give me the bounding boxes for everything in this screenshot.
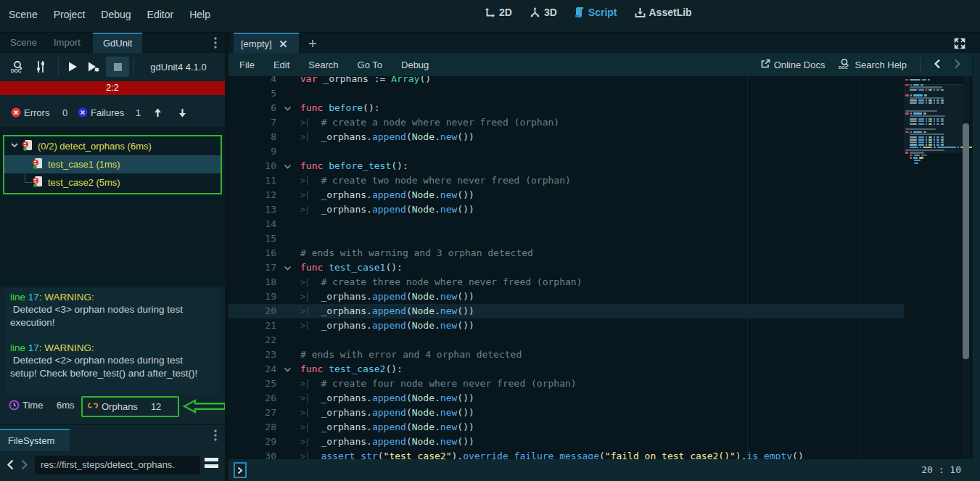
line-number[interactable]: 14 xyxy=(228,217,279,231)
line-number[interactable]: 4 xyxy=(228,76,279,86)
line-number[interactable]: 13 xyxy=(228,202,279,217)
code-line[interactable]: 14 xyxy=(228,217,972,231)
test-case-row[interactable]: test_case2 (5ms) xyxy=(4,173,221,192)
code-line[interactable]: 23# ends with error and 4 orphan detecte… xyxy=(228,348,972,362)
nav-forward-icon[interactable] xyxy=(20,459,28,472)
next-failure-arrow-down-icon[interactable] xyxy=(177,107,188,120)
menu-help[interactable]: Help xyxy=(189,9,210,20)
workspace-script[interactable]: Script xyxy=(575,7,617,18)
new-tab-plus-icon[interactable] xyxy=(308,39,317,50)
code-line[interactable]: 9 xyxy=(228,144,972,159)
history-forward-icon[interactable] xyxy=(954,59,961,71)
menu-debug[interactable]: Debug xyxy=(401,59,429,70)
code-line[interactable]: 27>|_orphans.append(Node.new()) xyxy=(228,406,972,420)
code-line[interactable]: 29>|_orphans.append(Node.new()) xyxy=(228,435,972,449)
script-tab-empty[interactable]: [empty] xyxy=(234,33,299,53)
code-line[interactable]: 28>|_orphans.append(Node.new()) xyxy=(228,420,972,435)
line-number[interactable]: 10 xyxy=(228,159,279,173)
code-line[interactable]: 19>|_orphans.append(Node.new()) xyxy=(228,289,972,304)
code-editor-area[interactable]: 4var _orphans := Array()56func before():… xyxy=(228,76,972,459)
code-line[interactable]: 15 xyxy=(228,231,972,246)
line-number[interactable]: 16 xyxy=(228,246,279,260)
line-number[interactable]: 22 xyxy=(228,333,279,348)
line-number[interactable]: 11 xyxy=(228,173,279,188)
distraction-free-expand-icon[interactable] xyxy=(954,38,965,52)
online-docs-button[interactable]: Online Docs xyxy=(760,59,825,71)
code-line[interactable]: 7>|# create a node where never freed (or… xyxy=(228,115,972,130)
filesystem-path-field[interactable]: res://first_steps/detect_orphans. xyxy=(35,456,200,474)
prev-failure-arrow-up-icon[interactable] xyxy=(152,107,163,120)
line-number[interactable]: 9 xyxy=(228,144,279,159)
fold-chevron-icon[interactable] xyxy=(279,362,296,377)
toggle-split-mode-icon[interactable] xyxy=(205,458,218,472)
line-number[interactable]: 27 xyxy=(228,406,279,420)
history-back-icon[interactable] xyxy=(934,59,941,71)
line-number[interactable]: 18 xyxy=(228,275,279,289)
menu-scene[interactable]: Scene xyxy=(9,9,38,20)
stop-tests-button[interactable] xyxy=(106,57,129,77)
line-number[interactable]: 29 xyxy=(228,435,279,449)
line-number[interactable]: 15 xyxy=(228,231,279,246)
line-number[interactable]: 26 xyxy=(228,391,279,406)
code-line[interactable]: 25>|# create four node where never freed… xyxy=(228,377,972,391)
line-number[interactable]: 19 xyxy=(228,289,279,304)
chevron-down-icon[interactable] xyxy=(10,141,19,152)
fold-chevron-icon[interactable] xyxy=(279,260,296,275)
filesystem-options-icon[interactable] xyxy=(211,429,220,444)
workspace-assetlib[interactable]: AssetLib xyxy=(635,7,692,18)
code-line[interactable]: 13>|_orphans.append(Node.new()) xyxy=(228,202,972,217)
expand-bottom-panel-button[interactable] xyxy=(234,462,247,478)
editor-scrollbar[interactable] xyxy=(963,76,969,459)
code-line[interactable]: 6func before(): xyxy=(228,101,972,115)
tab-gdunit[interactable]: GdUnit xyxy=(93,33,142,53)
code-line[interactable]: 30>|assert_str("test_case2").override_fa… xyxy=(228,449,972,459)
line-number[interactable]: 12 xyxy=(228,188,279,202)
code-line[interactable]: 4var _orphans := Array() xyxy=(228,76,972,86)
menu-goto[interactable]: Go To xyxy=(358,59,382,70)
menu-editor[interactable]: Editor xyxy=(147,9,174,20)
line-number[interactable]: 30 xyxy=(228,449,279,459)
code-line[interactable]: 5 xyxy=(228,86,972,101)
code-line[interactable]: 8>|_orphans.append(Node.new()) xyxy=(228,130,972,144)
code-line[interactable]: 24func test_case2(): xyxy=(228,362,972,377)
menu-project[interactable]: Project xyxy=(54,9,86,20)
line-number[interactable]: 6 xyxy=(228,101,279,115)
line-number[interactable]: 8 xyxy=(228,130,279,144)
tab-import[interactable]: Import xyxy=(44,33,91,53)
code-line[interactable]: 21>|_orphans.append(Node.new()) xyxy=(228,318,972,333)
menu-debug[interactable]: Debug xyxy=(101,9,131,20)
code-line[interactable]: 11>|# create two node where never freed … xyxy=(228,173,972,188)
dock-options-icon[interactable] xyxy=(211,36,220,52)
menu-edit[interactable]: Edit xyxy=(273,59,289,70)
fold-chevron-icon[interactable] xyxy=(279,101,296,115)
nav-back-icon[interactable] xyxy=(7,459,15,472)
line-number[interactable]: 20 xyxy=(228,304,279,318)
line-number[interactable]: 24 xyxy=(228,362,279,377)
minimap[interactable] xyxy=(905,78,963,165)
menu-file[interactable]: File xyxy=(239,59,255,70)
menu-search[interactable]: Search xyxy=(308,59,338,70)
close-icon[interactable] xyxy=(279,40,287,48)
search-help-button[interactable]: DOC Search Help xyxy=(838,57,907,73)
code-line[interactable]: 10func before_test(): xyxy=(228,159,972,173)
tab-filesystem[interactable]: FileSystem xyxy=(0,429,70,452)
workspace-3d[interactable]: 3D xyxy=(530,7,557,18)
line-number[interactable]: 25 xyxy=(228,377,279,391)
line-number[interactable]: 21 xyxy=(228,318,279,333)
doc-search-icon[interactable]: DOC xyxy=(10,59,25,76)
line-number[interactable]: 17 xyxy=(228,260,279,275)
tab-scene[interactable]: Scene xyxy=(0,33,47,53)
code-line[interactable]: 26>|_orphans.append(Node.new()) xyxy=(228,391,972,406)
run-tests-button[interactable] xyxy=(67,61,78,75)
test-settings-sliders-icon[interactable] xyxy=(35,59,46,76)
scrollbar-grabber[interactable] xyxy=(963,123,969,359)
code-line[interactable]: 18>|# create three node where never free… xyxy=(228,275,972,289)
test-case-row[interactable]: test_case1 (1ms) xyxy=(4,155,221,173)
code-line[interactable]: 20>|_orphans.append(Node.new()) xyxy=(228,304,972,318)
line-number[interactable]: 7 xyxy=(228,115,279,130)
line-number[interactable]: 23 xyxy=(228,348,279,362)
workspace-2d[interactable]: 2D xyxy=(485,7,512,18)
code-line[interactable]: 12>|_orphans.append(Node.new()) xyxy=(228,188,972,202)
line-number[interactable]: 28 xyxy=(228,420,279,435)
test-suite-row[interactable]: (0/2) detect_orphans (6ms) xyxy=(4,137,221,155)
